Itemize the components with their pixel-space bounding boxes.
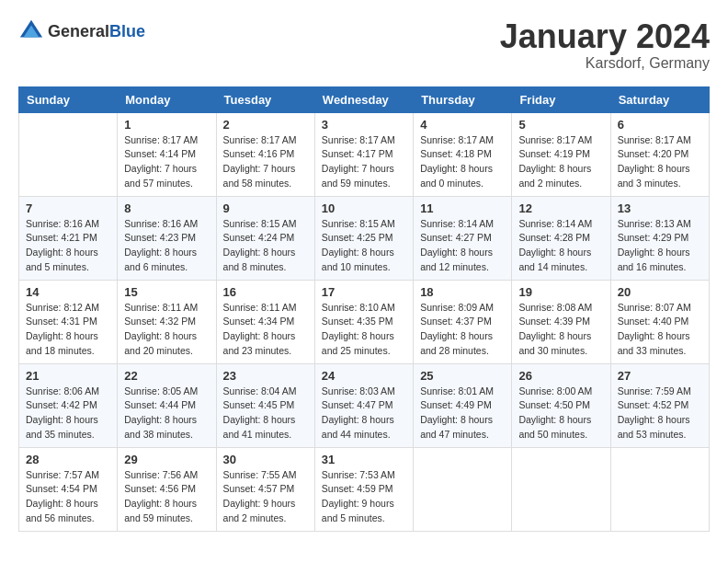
- weekday-header-friday: Friday: [512, 86, 610, 112]
- day-info: Sunrise: 8:04 AMSunset: 4:45 PMDaylight:…: [223, 385, 308, 442]
- calendar-cell: 10Sunrise: 8:15 AMSunset: 4:25 PMDayligh…: [314, 196, 413, 280]
- calendar-cell: 5Sunrise: 8:17 AMSunset: 4:19 PMDaylight…: [512, 112, 610, 196]
- week-row-2: 14Sunrise: 8:12 AMSunset: 4:31 PMDayligh…: [19, 280, 710, 363]
- day-number: 1: [124, 118, 209, 132]
- day-info: Sunrise: 8:07 AMSunset: 4:40 PMDaylight:…: [618, 301, 702, 359]
- calendar-cell: 28Sunrise: 7:57 AMSunset: 4:54 PMDayligh…: [19, 447, 118, 531]
- day-number: 14: [26, 285, 110, 299]
- day-number: 15: [124, 285, 209, 299]
- calendar-cell: 26Sunrise: 8:00 AMSunset: 4:50 PMDayligh…: [512, 363, 610, 447]
- logo-icon: [18, 18, 44, 44]
- day-info: Sunrise: 8:05 AMSunset: 4:44 PMDaylight:…: [124, 385, 209, 442]
- day-info: Sunrise: 8:12 AMSunset: 4:31 PMDaylight:…: [26, 301, 110, 359]
- calendar-table: SundayMondayTuesdayWednesdayThursdayFrid…: [18, 86, 710, 532]
- calendar-cell: 23Sunrise: 8:04 AMSunset: 4:45 PMDayligh…: [216, 363, 314, 447]
- day-info: Sunrise: 8:17 AMSunset: 4:18 PMDaylight:…: [420, 133, 505, 191]
- logo-text: GeneralBlue: [48, 22, 145, 41]
- day-number: 21: [26, 369, 110, 383]
- day-number: 31: [322, 453, 406, 466]
- weekday-header-wednesday: Wednesday: [314, 86, 413, 112]
- day-number: 19: [518, 285, 603, 299]
- day-info: Sunrise: 8:09 AMSunset: 4:37 PMDaylight:…: [420, 301, 505, 359]
- calendar-cell: 31Sunrise: 7:53 AMSunset: 4:59 PMDayligh…: [314, 447, 413, 531]
- day-number: 13: [618, 201, 702, 215]
- calendar-cell: 17Sunrise: 8:10 AMSunset: 4:35 PMDayligh…: [314, 280, 413, 363]
- day-info: Sunrise: 8:16 AMSunset: 4:21 PMDaylight:…: [26, 217, 110, 275]
- calendar-cell: 14Sunrise: 8:12 AMSunset: 4:31 PMDayligh…: [19, 280, 118, 363]
- calendar-cell: 18Sunrise: 8:09 AMSunset: 4:37 PMDayligh…: [414, 280, 512, 363]
- day-number: 6: [618, 118, 702, 132]
- day-number: 29: [124, 453, 209, 466]
- day-info: Sunrise: 8:17 AMSunset: 4:20 PMDaylight:…: [618, 133, 702, 191]
- day-info: Sunrise: 8:17 AMSunset: 4:16 PMDaylight:…: [223, 133, 308, 191]
- day-info: Sunrise: 8:01 AMSunset: 4:49 PMDaylight:…: [420, 385, 505, 442]
- day-info: Sunrise: 8:14 AMSunset: 4:28 PMDaylight:…: [518, 217, 603, 275]
- calendar-cell: 2Sunrise: 8:17 AMSunset: 4:16 PMDaylight…: [216, 112, 314, 196]
- week-row-0: 1Sunrise: 8:17 AMSunset: 4:14 PMDaylight…: [19, 112, 710, 196]
- week-row-3: 21Sunrise: 8:06 AMSunset: 4:42 PMDayligh…: [19, 363, 710, 447]
- calendar-cell: [512, 447, 610, 531]
- day-number: 5: [518, 118, 603, 132]
- calendar-cell: 24Sunrise: 8:03 AMSunset: 4:47 PMDayligh…: [314, 363, 413, 447]
- day-number: 7: [26, 201, 110, 215]
- calendar-cell: 21Sunrise: 8:06 AMSunset: 4:42 PMDayligh…: [19, 363, 118, 447]
- logo-blue: Blue: [109, 22, 145, 40]
- calendar-cell: [19, 112, 118, 196]
- day-info: Sunrise: 8:10 AMSunset: 4:35 PMDaylight:…: [322, 301, 406, 359]
- day-number: 11: [420, 201, 505, 215]
- calendar-title: January 2024: [500, 18, 710, 55]
- calendar-cell: 20Sunrise: 8:07 AMSunset: 4:40 PMDayligh…: [610, 280, 709, 363]
- calendar-subtitle: Karsdorf, Germany: [500, 55, 710, 72]
- logo: GeneralBlue: [18, 18, 145, 44]
- calendar-cell: 19Sunrise: 8:08 AMSunset: 4:39 PMDayligh…: [512, 280, 610, 363]
- calendar-cell: 16Sunrise: 8:11 AMSunset: 4:34 PMDayligh…: [216, 280, 314, 363]
- day-number: 16: [223, 285, 308, 299]
- day-info: Sunrise: 8:15 AMSunset: 4:24 PMDaylight:…: [223, 217, 308, 275]
- day-number: 28: [26, 453, 110, 466]
- calendar-cell: 11Sunrise: 8:14 AMSunset: 4:27 PMDayligh…: [414, 196, 512, 280]
- day-number: 20: [618, 285, 702, 299]
- calendar-cell: 29Sunrise: 7:56 AMSunset: 4:56 PMDayligh…: [118, 447, 216, 531]
- day-number: 12: [518, 201, 603, 215]
- day-info: Sunrise: 8:08 AMSunset: 4:39 PMDaylight:…: [518, 301, 603, 359]
- day-info: Sunrise: 7:59 AMSunset: 4:52 PMDaylight:…: [618, 385, 702, 442]
- calendar-cell: 22Sunrise: 8:05 AMSunset: 4:44 PMDayligh…: [118, 363, 216, 447]
- day-info: Sunrise: 7:57 AMSunset: 4:54 PMDaylight:…: [26, 468, 110, 526]
- logo-general: General: [48, 22, 109, 40]
- calendar-cell: 3Sunrise: 8:17 AMSunset: 4:17 PMDaylight…: [314, 112, 413, 196]
- calendar-cell: 15Sunrise: 8:11 AMSunset: 4:32 PMDayligh…: [118, 280, 216, 363]
- calendar-cell: 12Sunrise: 8:14 AMSunset: 4:28 PMDayligh…: [512, 196, 610, 280]
- day-info: Sunrise: 8:11 AMSunset: 4:32 PMDaylight:…: [124, 301, 209, 359]
- day-number: 17: [322, 285, 406, 299]
- day-info: Sunrise: 8:03 AMSunset: 4:47 PMDaylight:…: [322, 385, 406, 442]
- weekday-header-row: SundayMondayTuesdayWednesdayThursdayFrid…: [19, 86, 710, 112]
- day-info: Sunrise: 8:14 AMSunset: 4:27 PMDaylight:…: [420, 217, 505, 275]
- week-row-1: 7Sunrise: 8:16 AMSunset: 4:21 PMDaylight…: [19, 196, 710, 280]
- day-info: Sunrise: 7:55 AMSunset: 4:57 PMDaylight:…: [223, 468, 308, 526]
- calendar-cell: 1Sunrise: 8:17 AMSunset: 4:14 PMDaylight…: [118, 112, 216, 196]
- day-number: 3: [322, 118, 406, 132]
- day-number: 4: [420, 118, 505, 132]
- day-number: 2: [223, 118, 308, 132]
- day-info: Sunrise: 8:00 AMSunset: 4:50 PMDaylight:…: [518, 385, 603, 442]
- day-info: Sunrise: 8:13 AMSunset: 4:29 PMDaylight:…: [618, 217, 702, 275]
- day-info: Sunrise: 7:53 AMSunset: 4:59 PMDaylight:…: [322, 468, 406, 526]
- calendar-cell: [414, 447, 512, 531]
- day-number: 10: [322, 201, 406, 215]
- weekday-header-saturday: Saturday: [610, 86, 709, 112]
- day-info: Sunrise: 7:56 AMSunset: 4:56 PMDaylight:…: [124, 468, 209, 526]
- day-number: 9: [223, 201, 308, 215]
- weekday-header-monday: Monday: [118, 86, 216, 112]
- day-number: 26: [518, 369, 603, 383]
- calendar-cell: 13Sunrise: 8:13 AMSunset: 4:29 PMDayligh…: [610, 196, 709, 280]
- day-info: Sunrise: 8:17 AMSunset: 4:14 PMDaylight:…: [124, 133, 209, 191]
- day-number: 8: [124, 201, 209, 215]
- day-number: 18: [420, 285, 505, 299]
- day-info: Sunrise: 8:17 AMSunset: 4:19 PMDaylight:…: [518, 133, 603, 191]
- calendar-cell: [610, 447, 709, 531]
- day-number: 22: [124, 369, 209, 383]
- day-number: 30: [223, 453, 308, 466]
- header: GeneralBlue January 2024 Karsdorf, Germa…: [18, 18, 710, 72]
- weekday-header-sunday: Sunday: [19, 86, 118, 112]
- calendar-cell: 6Sunrise: 8:17 AMSunset: 4:20 PMDaylight…: [610, 112, 709, 196]
